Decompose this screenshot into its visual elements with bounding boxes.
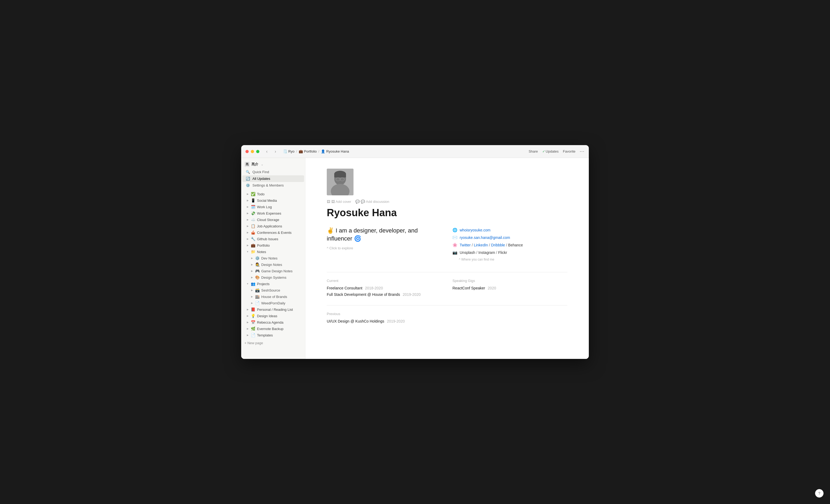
sidebar-sub-weedporndaily[interactable]: ▶ 📄 WeedPornDaily <box>242 300 304 306</box>
sidebar-item-cloud-storage[interactable]: ▶ ☁️ Cloud Storage <box>242 216 304 223</box>
photo-links: Unsplash / Instagram / Flickr <box>460 250 507 255</box>
breadcrumb-sep-2: / <box>318 149 319 154</box>
add-discussion-icon: 💬 <box>355 200 360 204</box>
breadcrumb-current[interactable]: 👤 Ryosuke Hana <box>321 149 349 154</box>
sidebar-group-projects[interactable]: ▼ 👥 Projects <box>242 280 304 287</box>
email-link[interactable]: ryosuke.san.hana@gmail.com <box>460 235 510 240</box>
sidebar-sub-game-design-notes[interactable]: ▶ 🎮 Game Design Notes <box>242 268 304 274</box>
item-icon: 💼 <box>251 243 255 247</box>
add-discussion-button[interactable]: 💬 💬 Add discussion <box>355 200 389 204</box>
all-updates-item[interactable]: 🔄 All Updates <box>242 175 304 182</box>
quick-find-label: Quick Find <box>252 170 269 174</box>
contact-email: ✉️ ryosuke.san.hana@gmail.com <box>452 235 567 240</box>
breadcrumb: 🗒️ Ryo / 💼 Portfolio / 👤 Ryosuke Hana <box>283 149 529 154</box>
sub-item-label: Game Design Notes <box>261 269 302 273</box>
current-title: Current <box>327 279 442 283</box>
item-icon: 🗓️ <box>251 205 255 209</box>
new-page-button[interactable]: + New page <box>241 339 305 346</box>
chevron-icon: ▶ <box>246 217 250 222</box>
career-item-freelance: Freelance Consultant 2018-2020 <box>327 286 442 290</box>
freelance-title: Freelance Consultant <box>327 286 362 290</box>
sidebar-sub-design-notes[interactable]: ▶ 👩‍🎨 Design Notes <box>242 261 304 268</box>
sidebar-item-conferences-&-events[interactable]: ▶ 🎪 Conferences & Events <box>242 229 304 236</box>
sidebar-sub-design-systems[interactable]: ▶ 🎨 Design Systems <box>242 274 304 280</box>
career-current: Current Freelance Consultant 2018-2020 F… <box>327 279 442 299</box>
updates-check-icon: ✓ <box>542 149 545 154</box>
minimize-button[interactable] <box>251 150 254 153</box>
sidebar-item-work-expenses[interactable]: ▶ 💸 Work Expenses <box>242 210 304 216</box>
sub-item-label: SeshSource <box>261 288 302 292</box>
chevron-icon: ▶ <box>246 198 250 203</box>
item-label: Cloud Storage <box>257 218 302 222</box>
settings-item[interactable]: ⚙️ Settings & Members <box>242 182 304 189</box>
svg-rect-4 <box>334 173 346 177</box>
ryo-label: Ryo <box>288 149 294 154</box>
chevron-icon: ▶ <box>246 243 250 247</box>
chevron-icon: ▶ <box>246 192 250 196</box>
linkedin-link[interactable]: LinkedIn <box>474 243 488 247</box>
more-button[interactable]: ··· <box>580 148 584 154</box>
sub-item-label: Design Systems <box>261 275 302 279</box>
profile-photo <box>327 169 353 195</box>
item-label: Github Issues <box>257 237 302 241</box>
kushco-title: UI/UX Design @ KushCo Holdings <box>327 319 384 323</box>
quick-find-item[interactable]: 🔍 Quick Find <box>242 169 304 175</box>
add-cover-button[interactable]: 🖼 🖼 Add cover <box>327 200 351 204</box>
back-button[interactable]: ‹ <box>264 148 270 155</box>
website-link[interactable]: whoisryosuke.com <box>460 228 490 232</box>
bio-text: I am a designer, developer, and influenc… <box>327 227 418 242</box>
sidebar-item-todo[interactable]: ▶ ✅ Todo <box>242 191 304 197</box>
sub-item-label: Design Notes <box>261 263 302 267</box>
breadcrumb-ryo[interactable]: 🗒️ Ryo <box>283 149 294 154</box>
profile-left: ✌️ I am a designer, developer, and influ… <box>327 227 442 261</box>
sidebar-item-social-media[interactable]: ▶ 📱 Social Media <box>242 197 304 204</box>
forward-button[interactable]: › <box>272 148 279 155</box>
maximize-button[interactable] <box>256 150 259 153</box>
career-item-reactconf: ReactConf Speaker 2020 <box>452 286 567 290</box>
sub-item-icon: ⚙️ <box>255 256 260 260</box>
sidebar-sub-seshsource[interactable]: ▶ 🗃️ SeshSource <box>242 287 304 294</box>
explore-link[interactable]: ^ Click to explore <box>327 246 442 250</box>
favorite-button[interactable]: Favorite <box>563 149 575 154</box>
sidebar-sub-house-of-brands[interactable]: ▶ 🏬 House of Brands <box>242 294 304 300</box>
sub-item-icon: 🎨 <box>255 275 260 279</box>
help-button[interactable]: ? <box>815 489 824 498</box>
sidebar-bottom-personal-reading-list[interactable]: ▶ 📕 Personal / Reading List <box>242 306 304 313</box>
sidebar-bottom-evernote-backup[interactable]: ▶ 🌿 Evernote Backup <box>242 326 304 332</box>
sidebar-group-notes[interactable]: ▼ 📁 Notes <box>242 248 304 255</box>
sidebar-item-job-applications[interactable]: ▶ 📋 Job Applications <box>242 223 304 229</box>
sub-item-icon: 📄 <box>255 301 260 305</box>
share-button[interactable]: Share <box>529 149 538 154</box>
twitter-link[interactable]: Twitter <box>460 243 471 247</box>
sidebar-bottom-rebecca-agenda[interactable]: ▶ 📅 Rebecca Agenda <box>242 319 304 326</box>
sidebar-bottom-design-ideas[interactable]: ▶ 💡 Design Ideas <box>242 313 304 319</box>
sidebar-bottom-templates[interactable]: ▶ 📄 Templates <box>242 332 304 338</box>
page-actions: 🖼 🖼 Add cover 💬 💬 Add discussion <box>327 200 567 204</box>
close-button[interactable] <box>246 150 249 153</box>
sidebar: 亮 亮介 ⌄ 🔍 Quick Find 🔄 All Updates ⚙️ Set… <box>241 158 306 359</box>
dribbble-link[interactable]: Dribbble <box>491 243 505 247</box>
item-icon: 🌿 <box>251 327 255 331</box>
item-label: Job Applications <box>257 224 302 228</box>
chevron-icon: ▶ <box>250 269 254 273</box>
workspace-name: 亮介 <box>251 162 258 167</box>
updates-button[interactable]: ✓Updates <box>542 149 558 154</box>
breadcrumb-portfolio[interactable]: 💼 Portfolio <box>299 149 317 154</box>
sidebar-item-work-log[interactable]: ▶ 🗓️ Work Log <box>242 204 304 210</box>
item-label: Work Log <box>257 205 302 209</box>
sub-item-label: House of Brands <box>261 295 302 299</box>
contact-social: 🌸 Twitter / LinkedIn / Dribbble / Behanc… <box>452 243 567 247</box>
notes-toggle-icon: ▼ <box>246 249 250 254</box>
item-label: Todo <box>257 192 302 196</box>
chevron-icon: ▶ <box>246 205 250 209</box>
freelance-years: 2018-2020 <box>365 286 383 290</box>
chevron-icon: ▶ <box>246 237 250 241</box>
sidebar-sub-dev-notes[interactable]: ▶ ⚙️ Dev Notes <box>242 255 304 261</box>
social-links: Twitter / LinkedIn / Dribbble / Behance <box>460 243 523 247</box>
workspace-item[interactable]: 亮 亮介 ⌄ <box>241 160 305 169</box>
sidebar-item-portfolio[interactable]: ▶ 💼 Portfolio <box>242 242 304 248</box>
item-icon: 🔧 <box>251 237 255 241</box>
sidebar-item-github-issues[interactable]: ▶ 🔧 Github Issues <box>242 236 304 242</box>
settings-icon: ⚙️ <box>246 183 250 187</box>
current-page-label: Ryosuke Hana <box>326 149 349 154</box>
